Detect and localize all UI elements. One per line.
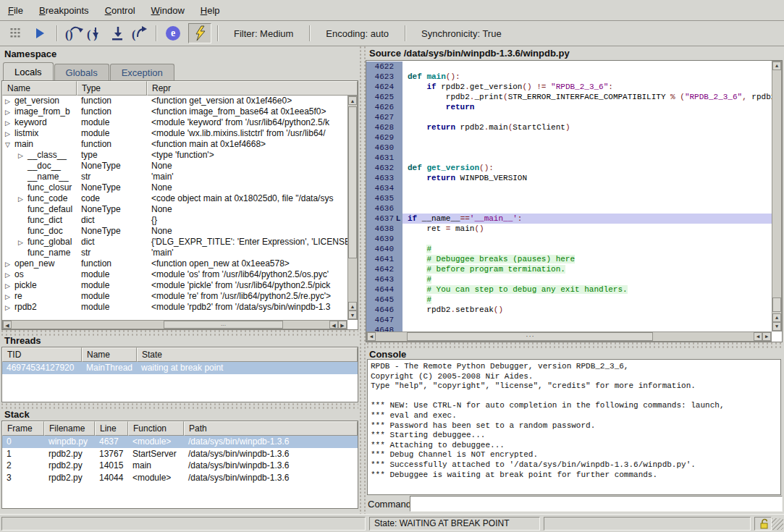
source-line[interactable]: 4632def get_version(): [366,163,772,173]
source-line[interactable]: 4640 # [366,244,772,254]
table-row[interactable]: ▷__class__type<type 'function'> [2,150,347,161]
source-hscrollbar[interactable]: ◀ ··· ◀ ▶ [366,332,772,342]
table-row[interactable]: ▷keywordmodule<module 'keyword' from '/u… [2,117,347,128]
tab-exception[interactable]: Exception [110,64,174,80]
tab-globals[interactable]: Globals [54,64,109,80]
expand-arrow-icon[interactable]: ▷ [18,237,28,248]
column-header-name[interactable]: Name [82,347,137,362]
goto-icon[interactable]: ( [128,24,150,43]
resize-grip[interactable] [772,518,783,530]
source-line[interactable]: 4645 # [366,295,772,305]
source-line[interactable]: 4641 # Debuggee breaks (pauses) here [366,254,772,264]
next-icon[interactable]: () [63,24,85,43]
expand-arrow-icon[interactable]: ▷ [5,292,14,302]
table-row[interactable]: ▷rpdb2module<module 'rpdb2' from '/data/… [2,302,347,313]
source-line[interactable]: 4648 [366,325,772,332]
namespace-hscrollbar[interactable]: ◀ ··· ◀ ▶ [2,320,347,329]
column-header-type[interactable]: Type [77,81,147,96]
table-row[interactable]: ▽mainfunction<function main at 0x1ef4668… [2,139,347,150]
source-line[interactable]: 4636 [366,203,772,214]
source-line[interactable]: 4624 if rpdb2.get_version() != "RPDB_2_3… [366,82,772,92]
column-header-state[interactable]: State [137,347,358,362]
table-row[interactable]: ▷get_versionfunction<function get_versio… [2,96,347,106]
go-icon[interactable] [29,24,51,43]
source-line[interactable]: 4622 [366,62,772,72]
table-row[interactable]: func_defaulNoneTypeNone [2,204,347,215]
table-row[interactable]: __name__str'main' [2,172,347,182]
menu-item-help[interactable]: Help [193,2,228,19]
table-row[interactable]: 2rpdb2.py14015main/data/sys/bin/winpdb-1… [2,460,358,472]
table-row[interactable]: func_dictdict{} [2,215,347,226]
menu-item-window[interactable]: Window [143,2,193,19]
scroll-right-arrow[interactable]: ▶ [338,321,347,329]
source-line[interactable]: 4631 [366,153,772,163]
source-line[interactable]: 4639 [366,234,772,244]
step-icon[interactable]: ( ) [85,24,106,43]
source-line[interactable]: 4634 [366,183,772,193]
expand-arrow-icon[interactable]: ▷ [5,259,14,269]
source-line[interactable]: 4627 [366,112,772,122]
tab-locals[interactable]: Locals [3,62,54,80]
source-line[interactable]: 4637Lif __name__=='__main__': [366,214,772,224]
scroll-down-arrow[interactable]: ▼ [772,322,781,331]
table-row[interactable]: 1rpdb2.py13767StartServer/data/sys/bin/w… [2,448,358,460]
command-input[interactable] [410,496,783,512]
menu-item-control[interactable]: Control [97,2,143,19]
source-line[interactable]: 4646 rpdb2.setbreak() [366,305,772,315]
expand-arrow-icon[interactable]: ▷ [18,151,28,161]
expand-arrow-icon[interactable]: ▷ [5,96,14,106]
scroll-up-arrow[interactable]: ▲ [348,96,357,105]
source-console-splitter[interactable] [366,342,784,348]
namespace-threads-splitter[interactable] [0,329,358,336]
return-icon[interactable] [106,24,128,43]
menu-item-breakpoints[interactable]: Breakpoints [31,2,97,19]
scroll-up-arrow[interactable]: ▲ [772,313,781,322]
table-row[interactable]: func_closurNoneTypeNone [2,182,347,193]
scroll-up-arrow[interactable]: ▲ [348,302,357,311]
table-row[interactable]: ▷listmixmodule<module 'wx.lib.mixins.lis… [2,128,347,139]
table-row[interactable]: func_namestr'main' [2,248,347,258]
table-row[interactable]: 3rpdb2.py14044<module>/data/sys/bin/winp… [2,472,358,484]
source-line[interactable]: 4626 return [366,102,772,112]
column-header-tid[interactable]: TID [2,347,82,362]
scroll-down-arrow[interactable]: ▼ [348,311,357,319]
table-row[interactable]: ▷image_from_bfunction<function image_fro… [2,106,347,117]
exception-trap-icon[interactable] [188,23,211,43]
expand-arrow-icon[interactable]: ▷ [5,107,14,117]
scroll-right-arrow[interactable]: ▶ [762,332,771,341]
table-row[interactable]: ▷remodule<module 're' from '/usr/lib64/p… [2,291,347,302]
source-line[interactable]: 4635 [366,193,772,203]
column-header-line[interactable]: Line [95,421,128,436]
table-row[interactable]: ▷picklemodule<module 'pickle' from '/usr… [2,280,347,291]
source-line[interactable]: 4630 [366,143,772,153]
table-row[interactable]: __doc__NoneTypeNone [2,161,347,172]
table-row[interactable]: 46974534127920MainThreadwaiting at break… [2,362,358,374]
collapse-arrow-icon[interactable]: ▽ [5,140,14,150]
namespace-vscrollbar[interactable]: ▲ ▲ ▼ [347,96,358,320]
expand-arrow-icon[interactable]: ▷ [5,270,14,280]
scroll-up-arrow[interactable]: ▲ [772,62,781,70]
source-line[interactable]: 4623def main(): [366,72,772,82]
source-line[interactable]: 4638 ret = main() [366,224,772,234]
console-output[interactable]: RPDB - The Remote Python Debugger, versi… [367,359,781,495]
table-row[interactable]: ▷func_globaldict{'DLG_EXPR_TITLE': 'Ente… [2,237,347,248]
threads-stack-splitter[interactable] [0,402,358,409]
source-line[interactable]: 4633 return WINPDB_VERSION [366,173,772,183]
scroll-thumb[interactable]: ··· [407,332,653,341]
column-header-frame[interactable]: Frame [2,421,44,436]
source-line[interactable]: 4629 [366,132,772,143]
column-header-function[interactable]: Function [128,421,184,436]
scroll-left-arrow[interactable]: ◀ [754,332,762,341]
table-row[interactable]: func_docNoneTypeNone [2,226,347,237]
expand-arrow-icon[interactable]: ▷ [5,129,14,139]
expand-arrow-icon[interactable]: ▷ [18,194,28,204]
vertical-splitter[interactable] [358,46,366,515]
table-row[interactable]: ▷func_codecode<code object main at 0x180… [2,193,347,204]
expand-arrow-icon[interactable]: ▷ [5,303,14,313]
column-header-filename[interactable]: Filename [44,421,95,436]
menu-item-file[interactable]: File [0,2,31,19]
table-row[interactable]: ▷open_newfunction<function open_new at 0… [2,258,347,269]
scroll-left-arrow[interactable]: ◀ [329,321,338,329]
expand-arrow-icon[interactable]: ▷ [5,118,14,128]
scroll-thumb[interactable] [772,297,781,312]
